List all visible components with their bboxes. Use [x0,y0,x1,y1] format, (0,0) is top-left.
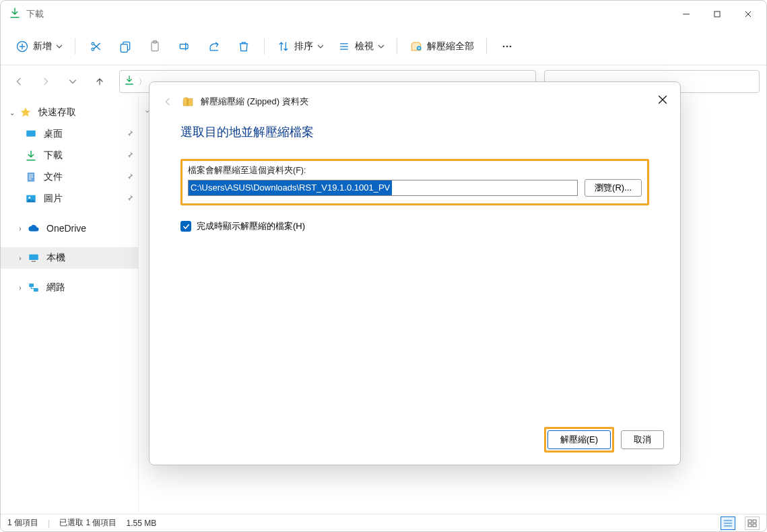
dialog-footer: 解壓縮(E) 取消 [149,419,680,465]
extract-button[interactable]: 解壓縮(E) [547,430,611,449]
destination-value: C:\Users\ASUS\Downloads\RST_V19.1.0.1001… [189,180,392,195]
zip-folder-icon [182,96,194,108]
dialog-header: 解壓縮壓縮 (Zipped) 資料夾 [149,82,680,114]
extract-wizard-dialog: 解壓縮壓縮 (Zipped) 資料夾 選取目的地並解壓縮檔案 檔案會解壓縮至這個… [149,81,681,465]
extract-highlight: 解壓縮(E) [544,427,614,453]
wizard-back-button[interactable] [160,94,175,109]
destination-highlight: 檔案會解壓縮至這個資料夾(F): C:\Users\ASUS\Downloads… [180,159,649,205]
checkbox-checked-icon [180,221,191,232]
destination-field[interactable]: C:\Users\ASUS\Downloads\RST_V19.1.0.1001… [188,180,578,196]
show-files-checkbox-row[interactable]: 完成時顯示解壓縮的檔案(H) [180,220,649,232]
destination-label: 檔案會解壓縮至這個資料夾(F): [188,165,642,176]
show-files-label: 完成時顯示解壓縮的檔案(H) [197,220,305,232]
wizard-title: 解壓縮壓縮 (Zipped) 資料夾 [201,96,308,108]
dialog-body: 選取目的地並解壓縮檔案 檔案會解壓縮至這個資料夾(F): C:\Users\AS… [149,114,680,419]
dialog-overlay: 解壓縮壓縮 (Zipped) 資料夾 選取目的地並解壓縮檔案 檔案會解壓縮至這個… [1,1,766,531]
cancel-button[interactable]: 取消 [621,430,664,449]
dialog-close-button[interactable] [652,89,673,110]
dialog-heading: 選取目的地並解壓縮檔案 [180,124,649,140]
svg-rect-44 [187,99,189,106]
browse-button[interactable]: 瀏覽(R)... [585,179,642,197]
